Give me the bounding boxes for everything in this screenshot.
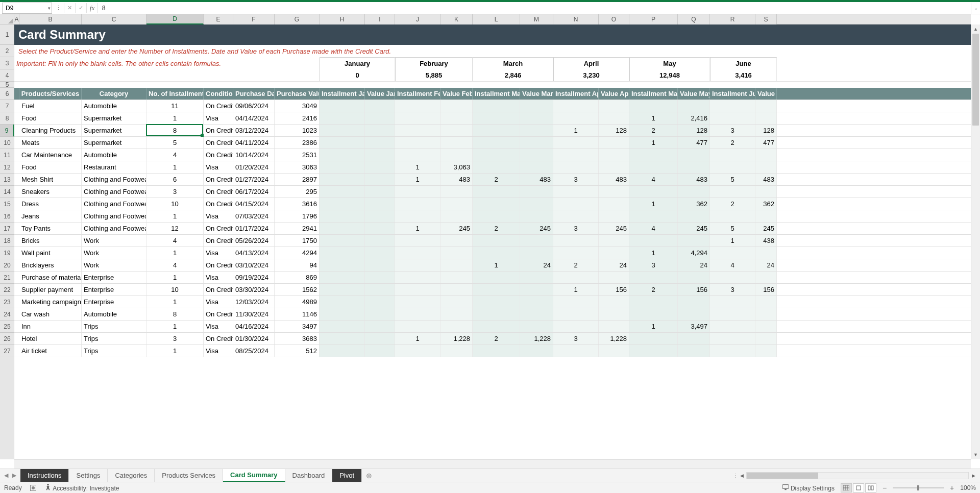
formula-bar: D9 ▾ ⋮ ✕ ✓ fx ⌄ [0,2,980,14]
cancel-button[interactable]: ✕ [64,3,76,13]
name-box-dropdown-icon[interactable]: ▾ [48,6,51,11]
enter-button[interactable]: ✓ [76,3,87,13]
name-box-value: D9 [6,5,13,12]
formula-expand-button[interactable]: ⌄ [971,3,980,14]
formula-input[interactable] [98,3,971,14]
fx-button[interactable]: fx [87,3,98,13]
name-box[interactable]: D9 ▾ [2,3,52,14]
formula-separator: ⋮ [53,3,64,13]
